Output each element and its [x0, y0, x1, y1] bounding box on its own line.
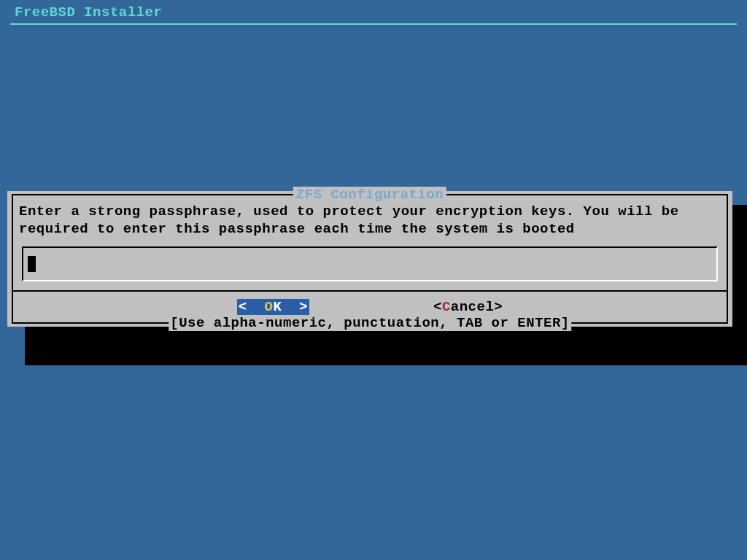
dialog-divider — [13, 290, 727, 292]
dialog-title: ZFS Configuration — [293, 187, 446, 203]
passphrase-input[interactable] — [22, 246, 718, 281]
cancel-button[interactable]: <Cancel> — [433, 299, 503, 315]
installer-title: FreeBSD Installer — [15, 4, 162, 20]
ok-button[interactable]: < OK > — [237, 299, 309, 315]
text-cursor-icon — [28, 256, 36, 272]
header-divider — [10, 23, 737, 25]
zfs-config-dialog: ZFS Configuration Enter a strong passphr… — [7, 191, 732, 327]
input-hint: [Use alpha-numeric, punctuation, TAB or … — [169, 315, 571, 331]
